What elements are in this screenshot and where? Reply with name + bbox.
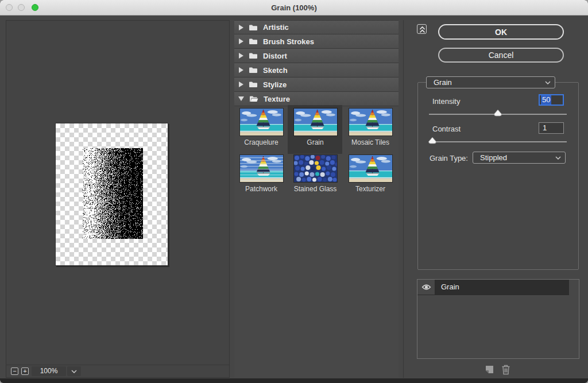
filter-thumb-mosaic-tiles[interactable]: Mosaic Tiles [343, 107, 397, 146]
grain-type-label: Grain Type: [430, 154, 468, 163]
visibility-toggle[interactable] [417, 280, 435, 295]
category-sketch[interactable]: Sketch [234, 63, 399, 78]
contrast-input[interactable]: 1 [539, 122, 564, 134]
stained-glass-thumbnail-image [294, 155, 337, 182]
filter-thumb-grain[interactable]: Grain [288, 107, 342, 146]
preview-panel: − + 100% [6, 20, 230, 378]
craquelure-thumbnail-image [240, 109, 283, 136]
grain-type-select[interactable]: Stippled [473, 152, 566, 164]
filter-thumb-craquelure[interactable]: Craquelure [234, 107, 288, 146]
slider-thumb[interactable] [428, 137, 437, 144]
category-brush-strokes[interactable]: Brush Strokes [234, 34, 399, 49]
zoom-out-button[interactable]: − [11, 367, 18, 375]
texturizer-thumbnail-image [349, 155, 392, 182]
double-chevron-up-icon [419, 26, 425, 33]
zoom-dropdown[interactable] [67, 366, 81, 376]
grain-thumbnail-image [294, 109, 337, 136]
filter-thumb-texturizer[interactable]: Texturizer [343, 153, 397, 193]
window-bottom-edge [0, 378, 588, 383]
mosaic-tiles-thumbnail-image [349, 109, 392, 136]
disclosure-right-icon [239, 38, 243, 44]
category-stylize[interactable]: Stylize [234, 78, 399, 92]
intensity-label: Intensity [432, 97, 460, 106]
zoom-bar: − + 100% [6, 365, 229, 377]
folder-icon [249, 24, 258, 31]
window-title: Grain (100%) [0, 0, 588, 16]
intensity-slider[interactable] [429, 114, 567, 115]
contrast-label: Contrast [432, 125, 461, 133]
category-artistic[interactable]: Artistic [234, 20, 399, 34]
contrast-slider[interactable] [429, 141, 567, 142]
disclosure-right-icon [239, 53, 243, 59]
title-bar: Grain (100%) [0, 0, 588, 16]
texture-thumbnails: Craquelure Grain Mosaic Tiles Patchwork … [234, 107, 399, 378]
effect-layer-row[interactable]: Grain [417, 280, 569, 295]
folder-icon [249, 52, 258, 59]
filter-thumb-patchwork[interactable]: Patchwork [234, 153, 288, 193]
filter-category-list: Artistic Brush Strokes Distort Sketch St… [234, 20, 399, 378]
intensity-input[interactable]: 50 [539, 94, 564, 106]
filter-thumb-stained-glass[interactable]: Stained Glass [288, 153, 342, 193]
disclosure-right-icon [239, 25, 243, 30]
eye-icon [421, 284, 431, 291]
filter-gallery-dialog: Grain (100%) [0, 0, 588, 383]
disclosure-right-icon [239, 82, 243, 87]
folder-open-icon [249, 95, 258, 102]
delete-effect-layer-icon[interactable] [500, 364, 512, 376]
folder-icon [249, 81, 258, 88]
grain-gradient-image [82, 148, 143, 239]
zoom-level[interactable]: 100% [32, 366, 66, 376]
chevron-down-icon [555, 156, 561, 160]
folder-icon [249, 67, 258, 73]
cancel-button[interactable]: Cancel [438, 48, 564, 63]
pane-separator [403, 20, 404, 378]
preview-document [55, 123, 168, 266]
chevron-down-icon [545, 81, 551, 84]
folder-icon [249, 38, 258, 45]
ok-button[interactable]: OK [438, 24, 564, 40]
category-texture[interactable]: Texture [234, 92, 399, 106]
slider-thumb[interactable] [493, 109, 502, 117]
category-distort[interactable]: Distort [234, 49, 399, 63]
chevron-down-icon [71, 370, 77, 373]
disclosure-right-icon [239, 67, 243, 73]
patchwork-thumbnail-image [240, 155, 283, 182]
filter-select[interactable]: Grain [426, 76, 555, 88]
disclosure-down-icon [238, 96, 244, 101]
collapse-panel-button[interactable] [417, 24, 427, 34]
zoom-in-button[interactable]: + [21, 367, 29, 375]
effect-layers-list: Grain [417, 279, 579, 359]
new-effect-layer-icon[interactable] [483, 365, 495, 376]
